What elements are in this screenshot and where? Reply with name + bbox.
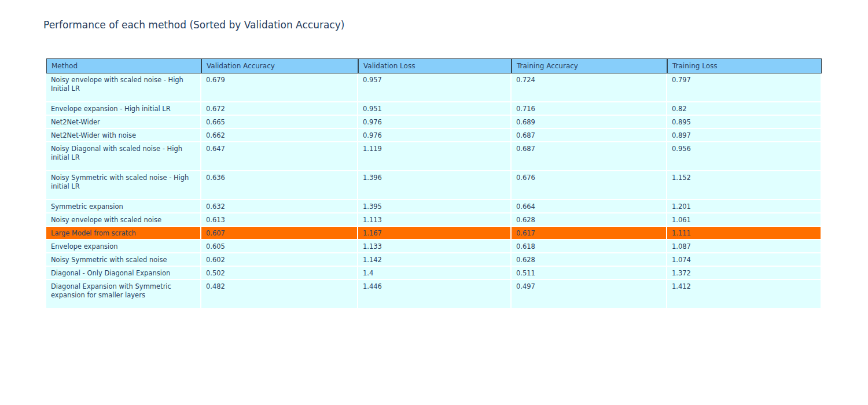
page-title: Performance of each method (Sorted by Va… (43, 19, 344, 31)
training-accuracy-cell: 0.724 (512, 73, 667, 102)
validation-accuracy-cell: 0.632 (201, 200, 358, 213)
validation-loss-cell: 1.142 (358, 253, 512, 267)
table-row: Noisy envelope with scaled noise - High … (46, 73, 822, 102)
column-header-validation-loss: Validation Loss (358, 58, 512, 73)
table-row: Diagonal Expansion with Symmetric expans… (46, 280, 822, 309)
training-accuracy-cell: 0.617 (512, 227, 667, 240)
table-row: Diagonal - Only Diagonal Expansion0.5021… (46, 267, 822, 280)
validation-loss-cell: 0.957 (358, 73, 512, 102)
method-cell: Noisy Diagonal with scaled noise - High … (46, 142, 201, 171)
validation-loss-cell: 0.976 (358, 116, 512, 129)
table-row-highlighted: Large Model from scratch0.6071.1670.6171… (46, 227, 822, 240)
validation-accuracy-cell: 0.662 (201, 129, 358, 142)
method-cell: Net2Net-Wider (46, 116, 201, 129)
training-accuracy-cell: 0.618 (512, 240, 667, 253)
training-loss-cell: 0.82 (667, 102, 822, 116)
table-row: Envelope expansion - High initial LR0.67… (46, 102, 822, 116)
validation-accuracy-cell: 0.647 (201, 142, 358, 171)
training-accuracy-cell: 0.716 (512, 102, 667, 116)
column-header-validation-accuracy: Validation Accuracy (201, 58, 358, 73)
method-cell: Net2Net-Wider with noise (46, 129, 201, 142)
table-row: Symmetric expansion0.6321.3950.6641.201 (46, 200, 822, 213)
method-cell: Symmetric expansion (46, 200, 201, 213)
training-accuracy-cell: 0.689 (512, 116, 667, 129)
training-accuracy-cell: 0.687 (512, 142, 667, 171)
validation-accuracy-cell: 0.613 (201, 213, 358, 227)
validation-accuracy-cell: 0.602 (201, 253, 358, 267)
method-cell: Diagonal Expansion with Symmetric expans… (46, 280, 201, 309)
validation-loss-cell: 1.4 (358, 267, 512, 280)
page: Performance of each method (Sorted by Va… (0, 0, 868, 405)
training-loss-cell: 1.074 (667, 253, 822, 267)
method-cell: Envelope expansion - High initial LR (46, 102, 201, 116)
training-loss-cell: 1.372 (667, 267, 822, 280)
training-loss-cell: 0.797 (667, 73, 822, 102)
validation-loss-cell: 1.113 (358, 213, 512, 227)
validation-loss-cell: 1.396 (358, 171, 512, 200)
column-header-training-accuracy: Training Accuracy (512, 58, 667, 73)
validation-loss-cell: 1.446 (358, 280, 512, 309)
validation-loss-cell: 1.119 (358, 142, 512, 171)
validation-accuracy-cell: 0.665 (201, 116, 358, 129)
training-loss-cell: 0.897 (667, 129, 822, 142)
table-row: Noisy Symmetric with scaled noise0.6021.… (46, 253, 822, 267)
training-loss-cell: 1.061 (667, 213, 822, 227)
training-loss-cell: 0.895 (667, 116, 822, 129)
method-cell: Noisy Symmetric with scaled noise (46, 253, 201, 267)
table-row: Noisy Diagonal with scaled noise - High … (46, 142, 822, 171)
validation-accuracy-cell: 0.679 (201, 73, 358, 102)
table-row: Noisy envelope with scaled noise0.6131.1… (46, 213, 822, 227)
training-accuracy-cell: 0.676 (512, 171, 667, 200)
training-accuracy-cell: 0.628 (512, 213, 667, 227)
table-row: Net2Net-Wider0.6650.9760.6890.895 (46, 116, 822, 129)
training-accuracy-cell: 0.628 (512, 253, 667, 267)
method-cell: Noisy Symmetric with scaled noise - High… (46, 171, 201, 200)
training-loss-cell: 1.111 (667, 227, 822, 240)
method-cell: Diagonal - Only Diagonal Expansion (46, 267, 201, 280)
table-row: Envelope expansion0.6051.1330.6181.087 (46, 240, 822, 253)
header-row: Method Validation Accuracy Validation Lo… (46, 58, 822, 73)
validation-accuracy-cell: 0.605 (201, 240, 358, 253)
table-row: Net2Net-Wider with noise0.6620.9760.6870… (46, 129, 822, 142)
training-accuracy-cell: 0.511 (512, 267, 667, 280)
validation-accuracy-cell: 0.482 (201, 280, 358, 309)
method-cell: Noisy envelope with scaled noise - High … (46, 73, 201, 102)
table-body: Noisy envelope with scaled noise - High … (46, 73, 822, 309)
method-cell: Envelope expansion (46, 240, 201, 253)
training-loss-cell: 1.201 (667, 200, 822, 213)
validation-loss-cell: 0.951 (358, 102, 512, 116)
training-loss-cell: 1.087 (667, 240, 822, 253)
table-row: Noisy Symmetric with scaled noise - High… (46, 171, 822, 200)
method-cell: Large Model from scratch (46, 227, 201, 240)
validation-accuracy-cell: 0.672 (201, 102, 358, 116)
performance-table: Method Validation Accuracy Validation Lo… (46, 58, 822, 309)
validation-loss-cell: 1.167 (358, 227, 512, 240)
method-cell: Noisy envelope with scaled noise (46, 213, 201, 227)
validation-loss-cell: 1.395 (358, 200, 512, 213)
validation-accuracy-cell: 0.607 (201, 227, 358, 240)
training-loss-cell: 1.412 (667, 280, 822, 309)
validation-accuracy-cell: 0.502 (201, 267, 358, 280)
column-header-training-loss: Training Loss (667, 58, 822, 73)
training-accuracy-cell: 0.664 (512, 200, 667, 213)
validation-accuracy-cell: 0.636 (201, 171, 358, 200)
training-accuracy-cell: 0.687 (512, 129, 667, 142)
validation-loss-cell: 1.133 (358, 240, 512, 253)
validation-loss-cell: 0.976 (358, 129, 512, 142)
column-header-method: Method (46, 58, 201, 73)
table-header: Method Validation Accuracy Validation Lo… (46, 58, 822, 73)
training-accuracy-cell: 0.497 (512, 280, 667, 309)
training-loss-cell: 1.152 (667, 171, 822, 200)
training-loss-cell: 0.956 (667, 142, 822, 171)
